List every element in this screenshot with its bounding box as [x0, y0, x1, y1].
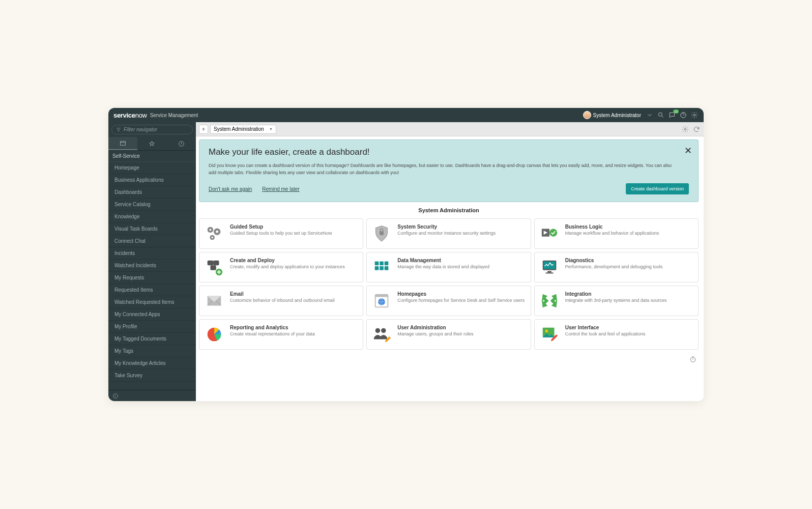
- sidebar-item[interactable]: Business Applications: [108, 174, 196, 186]
- collapse-icon: [112, 393, 119, 399]
- svg-rect-28: [547, 271, 552, 273]
- card-desc: Manage workflow and behavior of applicat…: [565, 231, 693, 237]
- card-desc: Create, modify and deploy applications t…: [230, 264, 358, 270]
- card[interactable]: Guided SetupGuided Setup tools to help y…: [199, 218, 363, 249]
- browser-globe-icon: [372, 291, 391, 310]
- svg-point-36: [375, 328, 381, 333]
- card-title: Integration: [565, 291, 693, 297]
- timer-icon[interactable]: [199, 356, 699, 363]
- svg-rect-29: [545, 272, 553, 273]
- play-check-icon: [540, 224, 559, 243]
- card[interactable]: HomepagesConfigure homepages for Service…: [366, 286, 531, 316]
- search-icon[interactable]: [657, 111, 665, 119]
- nav-section-self-service[interactable]: Self-Service: [108, 151, 196, 162]
- sidebar: Self-Service HomepageBusiness Applicatio…: [108, 122, 196, 401]
- card[interactable]: User AdministrationManage users, groups …: [366, 319, 531, 350]
- svg-point-37: [381, 328, 386, 333]
- sidebar-item[interactable]: Watched Requested Items: [108, 296, 196, 308]
- svg-rect-25: [385, 266, 389, 270]
- logo: servicenow: [113, 111, 147, 119]
- banner-create-button[interactable]: Create dashboard version: [626, 183, 689, 194]
- nav-tab-history[interactable]: [167, 137, 196, 150]
- help-icon[interactable]: [679, 111, 687, 119]
- banner-link-remind[interactable]: Remind me later: [262, 186, 299, 192]
- filter-input[interactable]: [124, 127, 188, 132]
- sidebar-item[interactable]: Connect Chat: [108, 235, 196, 247]
- user-name[interactable]: System Administrator: [593, 112, 641, 118]
- avatar[interactable]: [583, 111, 591, 119]
- user-dropdown-icon[interactable]: [646, 111, 654, 119]
- refresh-icon[interactable]: [692, 125, 701, 133]
- pie-icon: [205, 325, 224, 344]
- tab-select[interactable]: System Administration: [210, 125, 276, 134]
- svg-rect-16: [208, 261, 213, 266]
- sidebar-item[interactable]: Requested Items: [108, 284, 196, 296]
- sidebar-item[interactable]: Knowledge: [108, 211, 196, 223]
- svg-point-39: [545, 330, 548, 333]
- monitor-icon: [540, 258, 559, 277]
- sidebar-item[interactable]: My Tagged Documents: [108, 333, 196, 345]
- banner-dashboard: ✕ Make your life easier, create a dashbo…: [199, 139, 699, 202]
- card-title: User Interface: [565, 325, 693, 330]
- banner-link-dont-ask[interactable]: Don't ask me again: [209, 186, 252, 192]
- sidebar-item[interactable]: Service Catalog: [108, 199, 196, 211]
- card-title: Email: [230, 291, 358, 297]
- nav-tab-favorites[interactable]: [137, 137, 166, 150]
- svg-point-12: [211, 237, 213, 238]
- card[interactable]: User InterfaceControl the look and feel …: [534, 319, 699, 350]
- filter-navigator[interactable]: [111, 125, 193, 134]
- card[interactable]: IntegrationIntegrate with 3rd-party syst…: [534, 286, 699, 316]
- svg-rect-24: [380, 266, 384, 270]
- card[interactable]: Reporting and AnalyticsCreate visual rep…: [199, 319, 363, 350]
- sidebar-collapse[interactable]: [108, 390, 196, 401]
- sidebar-item[interactable]: My Connected Apps: [108, 308, 196, 321]
- main: + System Administration ✕ Make your life…: [196, 122, 704, 401]
- card[interactable]: System SecurityConfigure and monitor Ins…: [366, 218, 531, 249]
- svg-rect-18: [210, 265, 216, 270]
- sidebar-item[interactable]: Watched Incidents: [108, 260, 196, 272]
- card[interactable]: Create and DeployCreate, modify and depl…: [199, 252, 363, 282]
- app-window: servicenow Service Management System Adm…: [108, 108, 704, 401]
- arrows-in-icon: [540, 291, 559, 310]
- sidebar-item[interactable]: Take Survey: [108, 370, 196, 382]
- card-title: System Security: [397, 224, 525, 230]
- sidebar-item[interactable]: Incidents: [108, 247, 196, 260]
- banner-text: Did you know you can create a dashboard …: [209, 162, 677, 176]
- svg-rect-3: [121, 141, 126, 145]
- svg-point-2: [693, 114, 695, 116]
- sidebar-item[interactable]: Visual Task Boards: [108, 223, 196, 235]
- card-title: Guided Setup: [230, 224, 358, 230]
- card-desc: Manage users, groups and their roles: [397, 331, 525, 337]
- sidebar-item[interactable]: Dashboards: [108, 186, 196, 199]
- nav-tab-all[interactable]: [108, 137, 137, 150]
- envelope-icon: [205, 291, 224, 310]
- svg-point-10: [210, 229, 212, 231]
- gears-icon: [205, 224, 224, 243]
- sidebar-item[interactable]: My Knowledge Articles: [108, 357, 196, 370]
- boxes-add-icon: [205, 258, 224, 277]
- sidebar-item[interactable]: My Requests: [108, 272, 196, 284]
- svg-point-0: [658, 112, 662, 116]
- chat-icon[interactable]: 12: [668, 111, 676, 119]
- card-title: Diagnostics: [565, 258, 693, 263]
- card-title: Reporting and Analytics: [230, 325, 358, 330]
- card-desc: Integrate with 3rd-party systems and dat…: [565, 298, 693, 304]
- banner-close-icon[interactable]: ✕: [684, 145, 692, 156]
- content: ✕ Make your life easier, create a dashbo…: [196, 136, 704, 401]
- sidebar-item[interactable]: My Tags: [108, 345, 196, 357]
- svg-point-40: [690, 357, 695, 362]
- nav-list[interactable]: Self-Service HomepageBusiness Applicatio…: [108, 151, 196, 390]
- page-settings-icon[interactable]: [681, 125, 689, 133]
- card[interactable]: Data ManagementManage the way data is st…: [366, 252, 531, 282]
- svg-point-11: [216, 231, 218, 233]
- users-pencil-icon: [372, 325, 391, 344]
- card[interactable]: Business LogicManage workflow and behavi…: [534, 218, 699, 249]
- card[interactable]: EmailCustomize behavior of inbound and o…: [199, 286, 363, 316]
- gear-icon[interactable]: [690, 111, 699, 119]
- sidebar-item[interactable]: Homepage: [108, 162, 196, 174]
- card-desc: Manage the way data is stored and displa…: [397, 264, 525, 270]
- card[interactable]: DiagnosticsPerformance, development and …: [534, 252, 699, 282]
- tab-bar: + System Administration: [196, 122, 704, 136]
- tab-add-button[interactable]: +: [199, 125, 208, 134]
- sidebar-item[interactable]: My Profile: [108, 321, 196, 333]
